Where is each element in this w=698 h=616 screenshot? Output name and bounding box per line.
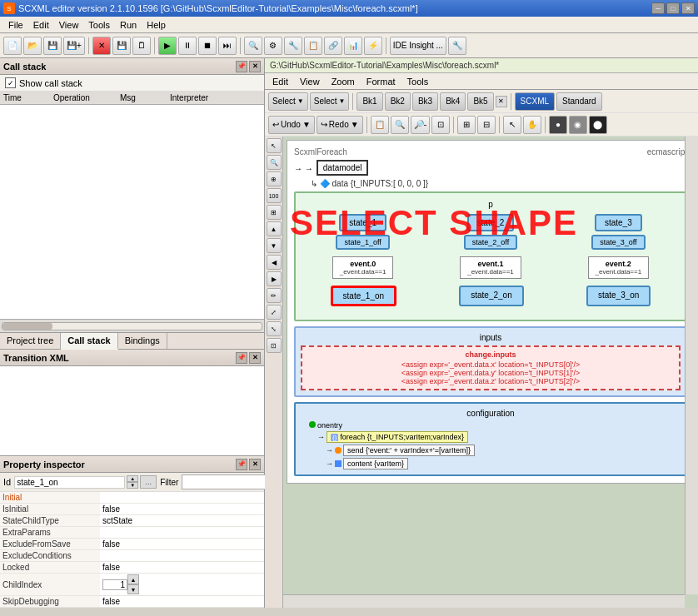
childindex-up[interactable]: ▲ bbox=[127, 574, 139, 584]
prop-value-skipdebugging[interactable]: false bbox=[100, 596, 264, 608]
state-3-on-box[interactable]: state_3_on bbox=[586, 286, 651, 306]
menu-view[interactable]: View bbox=[54, 18, 84, 32]
save-all-button[interactable]: 💾+ bbox=[63, 37, 85, 55]
stop2-button[interactable]: ⏹ bbox=[198, 37, 217, 55]
panel-close-button[interactable]: ✕ bbox=[249, 61, 261, 72]
save-button[interactable]: 💾 bbox=[43, 37, 62, 55]
canvas-content[interactable]: ScxmlForeach ecmascript → → datamodel ↳ … bbox=[283, 137, 698, 608]
prop-value-extraparams[interactable] bbox=[100, 527, 264, 539]
canvas-tool-center[interactable]: ⊡ bbox=[267, 338, 282, 353]
content-box[interactable]: content {varItem} bbox=[343, 458, 408, 469]
canvas-tool-pen[interactable]: ✏ bbox=[267, 288, 282, 303]
canvas-vscroll[interactable] bbox=[685, 137, 698, 594]
canvas-tool-expand[interactable]: ⤢ bbox=[267, 305, 282, 320]
tool7-button[interactable]: ⚡ bbox=[364, 37, 382, 55]
prop-id-up[interactable]: ▲ bbox=[127, 475, 138, 482]
call-stack-scrollbar[interactable] bbox=[0, 319, 264, 332]
tool2-button[interactable]: ⚙ bbox=[264, 37, 282, 55]
prop-id-input[interactable] bbox=[14, 476, 125, 489]
prop-value-statechildtype[interactable]: sctState bbox=[100, 515, 264, 527]
open-button[interactable]: 📂 bbox=[23, 37, 42, 55]
bk2-button[interactable]: Bk2 bbox=[385, 92, 411, 111]
canvas-tool-zoom2[interactable]: ⊕ bbox=[267, 171, 282, 186]
canvas-tool-arrow[interactable]: ↖ bbox=[267, 138, 282, 153]
tab-bindings[interactable]: Bindings bbox=[118, 333, 167, 349]
close-button[interactable]: ✕ bbox=[681, 2, 695, 14]
step-button[interactable]: ⏭ bbox=[218, 37, 237, 55]
editor-menu-tools[interactable]: Tools bbox=[403, 76, 433, 87]
bk5-button[interactable]: Bk5 bbox=[467, 92, 493, 111]
canvas-tool-right[interactable]: ▶ bbox=[267, 271, 282, 286]
menu-file[interactable]: File bbox=[3, 18, 28, 32]
tool6-button[interactable]: 📊 bbox=[344, 37, 362, 55]
tab-call-stack[interactable]: Call stack bbox=[61, 333, 117, 350]
state-2-off-box[interactable]: state_2_off bbox=[464, 235, 517, 250]
prop-close-button[interactable]: ✕ bbox=[249, 459, 261, 470]
canvas-tool-zoom[interactable]: 🔍 bbox=[267, 155, 282, 170]
bk4-button[interactable]: Bk4 bbox=[440, 92, 466, 111]
tab-project-tree[interactable]: Project tree bbox=[0, 333, 61, 349]
datamodel-box[interactable]: datamodel bbox=[317, 160, 369, 176]
prop-id-down[interactable]: ▼ bbox=[127, 482, 138, 489]
prop-value-isinitial[interactable]: false bbox=[100, 504, 264, 515]
state-3-box[interactable]: state_3 bbox=[595, 214, 642, 231]
transition-xml-pin[interactable]: 📌 bbox=[236, 352, 247, 364]
state-1-box[interactable]: state_1 bbox=[339, 214, 386, 231]
foreach-box[interactable]: {} foreach {t_INPUTS;varItem;varIndex} bbox=[327, 431, 468, 443]
maximize-button[interactable]: □ bbox=[666, 2, 680, 14]
ide-tool-button[interactable]: 🔧 bbox=[448, 37, 466, 55]
editor-menu-zoom[interactable]: Zoom bbox=[327, 76, 359, 87]
menu-tools[interactable]: Tools bbox=[83, 18, 115, 32]
stop-button[interactable]: ✕ bbox=[92, 37, 111, 55]
state-3-off-box[interactable]: state_3_off bbox=[591, 235, 645, 250]
menu-run[interactable]: Run bbox=[115, 18, 142, 32]
prop-value-excludefromsave[interactable]: false bbox=[100, 539, 264, 550]
show-call-stack-checkbox[interactable] bbox=[5, 77, 16, 88]
canvas-tool-left[interactable]: ◀ bbox=[267, 255, 282, 270]
canvas-tool-shrink[interactable]: ⤡ bbox=[267, 321, 282, 336]
editor-menu-view[interactable]: View bbox=[296, 76, 324, 87]
run-button[interactable]: ▶ bbox=[158, 37, 177, 55]
childindex-down[interactable]: ▼ bbox=[127, 584, 139, 594]
select-button-2[interactable]: Select ▼ bbox=[310, 92, 350, 111]
tool5-button[interactable]: 🔗 bbox=[324, 37, 342, 55]
editor-menu-format[interactable]: Format bbox=[362, 76, 400, 87]
hand-button[interactable]: ✋ bbox=[523, 116, 541, 134]
state-2-on-box[interactable]: state_2_on bbox=[459, 286, 524, 306]
search-button[interactable]: 🔍 bbox=[391, 116, 409, 134]
tool3-button[interactable]: 🔧 bbox=[284, 37, 302, 55]
menu-help[interactable]: Help bbox=[142, 18, 171, 32]
prop-value-excludeconditions[interactable] bbox=[100, 550, 264, 562]
tool1-button[interactable]: 🔍 bbox=[244, 37, 262, 55]
childindex-input[interactable] bbox=[102, 579, 127, 590]
pause-button[interactable]: ⏸ bbox=[178, 37, 197, 55]
bk3-button[interactable]: Bk3 bbox=[412, 92, 438, 111]
editor-menu-edit[interactable]: Edit bbox=[268, 76, 292, 87]
new-button[interactable]: 📄 bbox=[3, 37, 22, 55]
undo-button[interactable]: ↩ Undo ▼ bbox=[268, 116, 315, 134]
ide-insight-button[interactable]: IDE Insight ... bbox=[390, 37, 446, 55]
prop-value-initial[interactable] bbox=[100, 492, 264, 504]
bk1-button[interactable]: Bk1 bbox=[356, 92, 382, 111]
black-circle-button[interactable]: ● bbox=[549, 116, 567, 134]
state-1-off-box[interactable]: state_1_off bbox=[336, 235, 389, 250]
minimize-button[interactable]: ─ bbox=[651, 2, 665, 14]
tool4-button[interactable]: 📋 bbox=[304, 37, 322, 55]
select-button-1[interactable]: Select ▼ bbox=[268, 92, 308, 111]
prop-value-childindex[interactable]: ▲ ▼ bbox=[100, 574, 264, 596]
redo-button[interactable]: ↪ Redo ▼ bbox=[317, 116, 363, 134]
dark-circle-button[interactable]: ⬤ bbox=[589, 116, 607, 134]
prop-value-locked[interactable]: false bbox=[100, 562, 264, 574]
send-box[interactable]: send {'event:' + varIndex+'=[varItem]} bbox=[343, 445, 475, 456]
menu-edit[interactable]: Edit bbox=[28, 18, 54, 32]
state-1-on-box[interactable]: state_1_on bbox=[331, 286, 397, 306]
prop-more-button[interactable]: … bbox=[140, 475, 157, 489]
cursor-button[interactable]: ↖ bbox=[503, 116, 521, 134]
standard-tab-button[interactable]: Standard bbox=[556, 92, 602, 111]
canvas-hscroll[interactable] bbox=[283, 594, 685, 608]
save2-button[interactable]: 💾 bbox=[112, 37, 131, 55]
transition-xml-close[interactable]: ✕ bbox=[249, 352, 261, 364]
panel-pin-button[interactable]: 📌 bbox=[236, 61, 247, 72]
canvas-tool-up[interactable]: ▲ bbox=[267, 221, 282, 236]
copy-button[interactable]: 📋 bbox=[371, 116, 389, 134]
